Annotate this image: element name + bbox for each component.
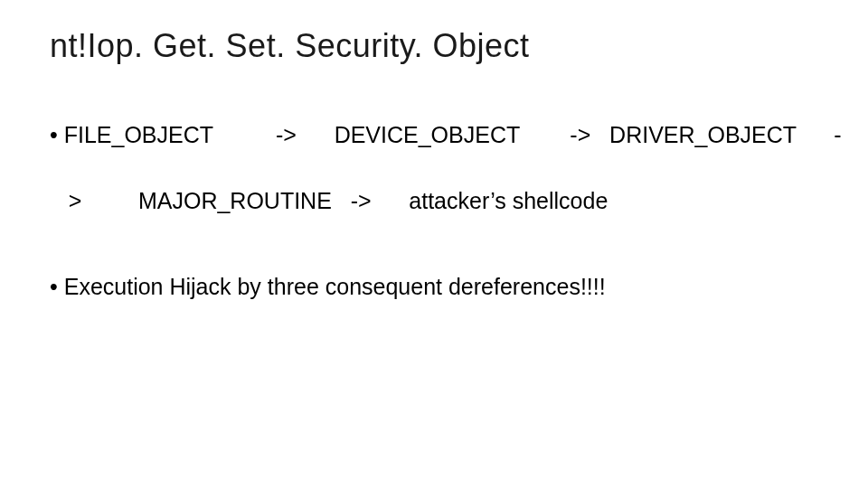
continuation-line: > MAJOR_ROUTINE -> attacker’s shellcode xyxy=(50,185,832,217)
line1-text: FILE_OBJECT -> DEVICE_OBJECT -> DRIVER_O… xyxy=(58,122,842,147)
bullet-icon: • xyxy=(50,274,58,299)
slide-title: nt!Iop. Get. Set. Security. Object xyxy=(50,27,832,65)
slide-body: • FILE_OBJECT -> DEVICE_OBJECT -> DRIVER… xyxy=(50,119,832,303)
slide: nt!Iop. Get. Set. Security. Object • FIL… xyxy=(0,0,868,488)
bullet-line-1: • FILE_OBJECT -> DEVICE_OBJECT -> DRIVER… xyxy=(50,119,832,151)
line3-text: Execution Hijack by three consequent der… xyxy=(58,274,606,299)
bullet-icon: • xyxy=(50,122,58,147)
bullet-line-2: • Execution Hijack by three consequent d… xyxy=(50,271,832,303)
line2-text: > MAJOR_ROUTINE -> attacker’s shellcode xyxy=(50,188,608,213)
